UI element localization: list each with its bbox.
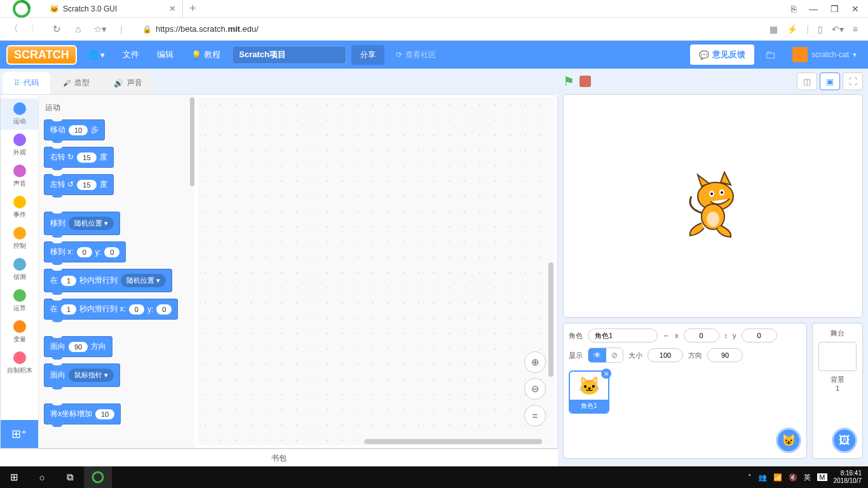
edit-menu[interactable]: 编辑 — [151, 45, 180, 64]
delete-sprite-button[interactable]: ✕ — [601, 369, 611, 379]
block-goto-xy[interactable]: 移到 x:0y:0 — [44, 241, 126, 262]
zoom-reset-button[interactable]: = — [524, 405, 546, 426]
close-icon[interactable]: ✕ — [169, 4, 176, 13]
task-view-button[interactable]: ⧉ — [56, 466, 84, 488]
add-extension-button[interactable]: ⊞⁺ — [1, 420, 38, 448]
stage-small-button[interactable]: ◫ — [797, 72, 817, 90]
language-menu[interactable]: 🌐 ▾ — [82, 46, 112, 64]
mystuff-button[interactable]: 🗀 — [759, 43, 782, 66]
size-label: 大小 — [628, 351, 642, 360]
see-community-link[interactable]: ⟳查看社区 — [390, 50, 442, 60]
backpack-header[interactable]: 书包 — [0, 449, 558, 466]
block-point-direction[interactable]: 面向90方向 — [44, 336, 112, 357]
block-move-steps[interactable]: 移动10步 — [44, 119, 105, 140]
add-backdrop-button[interactable]: 🖼 — [832, 428, 857, 453]
tray-ime[interactable]: 英 — [804, 473, 811, 482]
category-声音[interactable]: 声音 — [1, 161, 38, 192]
forward-button[interactable]: 〉 — [28, 23, 42, 35]
window-minimize-icon[interactable]: — — [809, 4, 818, 14]
block-turn-left[interactable]: 左转 ↺15度 — [44, 174, 114, 195]
tray-chevron-icon[interactable]: ˄ — [748, 473, 752, 482]
tray-people-icon[interactable]: 👥 — [758, 473, 767, 482]
menu-icon[interactable]: ≡ — [853, 24, 858, 34]
sprite-x-input[interactable] — [684, 329, 719, 342]
refresh-button[interactable]: ↻ — [50, 24, 64, 35]
tab-favicon: 🐱 — [50, 4, 59, 13]
back-button[interactable]: 〈 — [6, 23, 20, 35]
favorite-button[interactable]: ☆▾ — [93, 24, 107, 35]
tab-sounds[interactable]: 🔊声音 — [102, 72, 154, 94]
category-dot-icon — [13, 196, 26, 208]
sprite-direction-input[interactable] — [707, 348, 743, 362]
category-侦测[interactable]: 侦测 — [1, 254, 38, 285]
start-button[interactable]: ⊞ — [0, 466, 28, 488]
undo-icon[interactable]: ↶▾ — [832, 24, 844, 34]
tray-volume-icon[interactable]: 🔇 — [789, 473, 797, 482]
category-外观[interactable]: 外观 — [1, 130, 38, 161]
scripts-workspace[interactable]: ⊕ ⊖ = — [198, 97, 555, 445]
project-title-input[interactable] — [232, 46, 346, 64]
block-goto[interactable]: 移到随机位置 ▾ — [44, 212, 120, 235]
block-point-towards[interactable]: 面向鼠标指针 ▾ — [44, 363, 120, 387]
tray-wifi-icon[interactable]: 📶 — [773, 473, 782, 482]
add-sprite-button[interactable]: 😺 — [776, 428, 801, 453]
category-变量[interactable]: 变量 — [1, 316, 38, 348]
category-控制[interactable]: 控制 — [1, 223, 38, 254]
tray-ime2[interactable]: M — [817, 473, 827, 481]
green-flag-button[interactable]: ⚑ — [563, 74, 574, 89]
cortana-button[interactable]: ○ — [28, 466, 56, 488]
sprite-y-input[interactable] — [742, 329, 777, 342]
zoom-out-button[interactable]: ⊖ — [524, 378, 546, 400]
scratch-logo[interactable]: SCRATCH — [6, 45, 77, 65]
category-dot-icon — [13, 258, 26, 271]
category-运算[interactable]: 运算 — [1, 285, 38, 316]
sprite-tile[interactable]: ✕ 🐱 角色1 — [569, 370, 609, 414]
stage-large-button[interactable]: ▣ — [820, 72, 840, 90]
block-palette[interactable]: 运动 移动10步 右转 ↻15度 左转 ↺15度 移到随机位置 ▾ 移到 x:0… — [39, 95, 195, 448]
scrollbar[interactable] — [548, 262, 553, 377]
window-close-icon[interactable]: ✕ — [851, 4, 859, 14]
qr-icon[interactable]: ▦ — [770, 24, 778, 34]
category-dot-icon — [13, 351, 26, 364]
scrollbar[interactable] — [364, 439, 542, 444]
category-dot-icon — [13, 133, 26, 146]
flash-icon[interactable]: ⚡ — [787, 24, 797, 34]
sprite-name-input[interactable] — [588, 329, 658, 342]
stop-button[interactable] — [580, 76, 591, 87]
tab-code[interactable]: ⠿代码 — [3, 72, 50, 94]
category-事件[interactable]: 事件 — [1, 192, 38, 223]
avatar — [792, 47, 808, 62]
svg-point-8 — [93, 472, 103, 482]
tutorials-button[interactable]: 💡教程 — [185, 45, 227, 64]
reader-icon[interactable]: ▯ — [818, 24, 823, 34]
category-自制积木[interactable]: 自制积木 — [1, 348, 38, 379]
taskbar-app[interactable] — [84, 466, 112, 488]
feedback-button[interactable]: 💬意见反馈 — [690, 44, 754, 65]
category-运动[interactable]: 运动 — [1, 98, 38, 130]
category-dot-icon — [13, 289, 26, 302]
stage-full-button[interactable]: ⛶ — [843, 72, 863, 90]
taskbar-clock[interactable]: 8:16:412018/10/7 — [834, 470, 862, 485]
account-menu[interactable]: scratch-cat▾ — [787, 47, 862, 62]
show-button[interactable]: 👁 — [588, 348, 606, 362]
tab-costumes[interactable]: 🖌造型 — [51, 72, 101, 94]
window-restore-icon[interactable]: ⎘ — [791, 4, 796, 14]
block-change-x[interactable]: 将x坐标增加10 — [44, 403, 121, 424]
zoom-in-button[interactable]: ⊕ — [524, 351, 546, 373]
stage-selector[interactable]: 舞台 背景 1 🖼 — [812, 323, 863, 459]
browser-logo — [0, 0, 43, 18]
address-bar[interactable]: 🔒 https://beta.scratch.mit.edu/ — [136, 24, 762, 34]
browser-tab[interactable]: 🐱 Scratch 3.0 GUI ✕ — [43, 0, 183, 18]
share-button[interactable]: 分享 — [351, 45, 384, 65]
stage-canvas[interactable] — [563, 94, 863, 318]
new-tab-button[interactable]: + — [183, 2, 203, 15]
block-turn-right[interactable]: 右转 ↻15度 — [44, 147, 114, 168]
block-glide-xy[interactable]: 在1秒内滑行到 x:0y:0 — [44, 299, 178, 320]
scrollbar[interactable] — [190, 97, 194, 186]
hide-button[interactable]: ⊘ — [606, 348, 623, 362]
window-maximize-icon[interactable]: ❐ — [831, 4, 839, 14]
block-glide-to[interactable]: 在1秒内滑行到随机位置 ▾ — [44, 269, 172, 292]
file-menu[interactable]: 文件 — [116, 45, 146, 64]
sprite-size-input[interactable] — [648, 348, 683, 362]
home-button[interactable]: ⌂ — [71, 24, 85, 34]
